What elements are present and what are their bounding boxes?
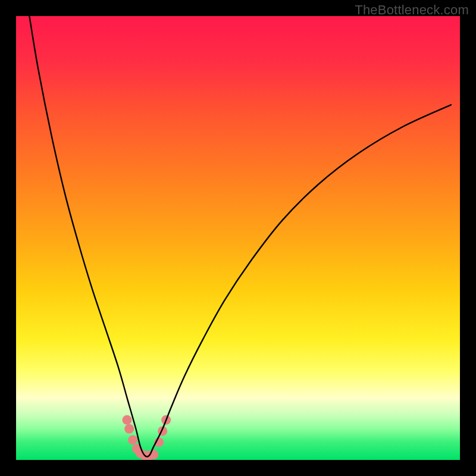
watermark-text: TheBottleneck.com	[355, 2, 469, 18]
gradient-background	[16, 16, 460, 460]
chart-frame: TheBottleneck.com	[0, 0, 476, 476]
cluster-point	[128, 435, 137, 444]
plot-area	[16, 16, 460, 460]
cluster-point	[123, 415, 132, 425]
cluster-point	[124, 424, 134, 434]
chart-svg	[16, 16, 460, 460]
